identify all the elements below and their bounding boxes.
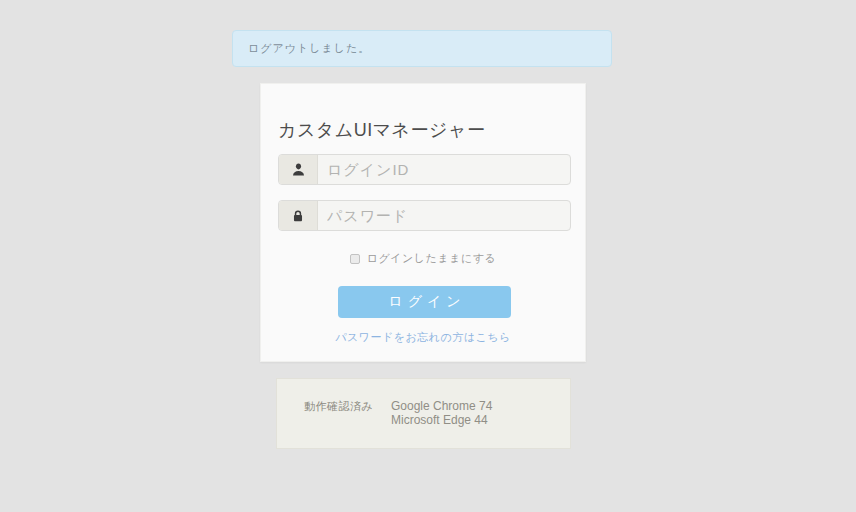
app-title: カスタムUIマネージャー bbox=[278, 118, 485, 142]
browser-list: Google Chrome 74 Microsoft Edge 44 bbox=[391, 399, 492, 427]
login-id-field bbox=[278, 154, 571, 185]
password-field bbox=[278, 200, 571, 231]
login-button[interactable]: ログイン bbox=[338, 286, 511, 318]
login-card: カスタムUIマネージャー ログインしたままにする ログ bbox=[260, 83, 586, 362]
forgot-password-link[interactable]: パスワードをお忘れの方はこちら bbox=[261, 330, 585, 345]
login-id-input[interactable] bbox=[318, 155, 570, 184]
lock-icon bbox=[279, 201, 318, 230]
user-icon bbox=[279, 155, 318, 184]
logout-alert-message: ログアウトしました。 bbox=[248, 41, 370, 56]
password-input[interactable] bbox=[318, 201, 570, 230]
logout-alert: ログアウトしました。 bbox=[232, 30, 612, 67]
verified-browsers-box: 動作確認済み Google Chrome 74 Microsoft Edge 4… bbox=[276, 378, 571, 449]
verified-browsers-label: 動作確認済み bbox=[304, 399, 391, 414]
remember-me-checkbox[interactable] bbox=[350, 254, 360, 264]
remember-me-label: ログインしたままにする bbox=[367, 251, 496, 266]
remember-me-row[interactable]: ログインしたままにする bbox=[261, 251, 585, 266]
browser-item: Microsoft Edge 44 bbox=[391, 413, 492, 427]
browser-item: Google Chrome 74 bbox=[391, 399, 492, 413]
login-page: ログアウトしました。 カスタムUIマネージャー ログ bbox=[0, 0, 856, 512]
